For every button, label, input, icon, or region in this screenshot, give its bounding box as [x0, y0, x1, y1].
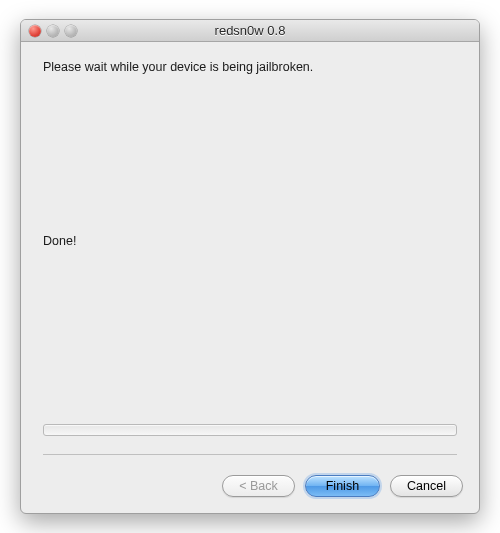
titlebar[interactable]: redsn0w 0.8 [21, 20, 479, 42]
content-area: Please wait while your device is being j… [21, 42, 479, 475]
button-row: < Back Finish Cancel [21, 475, 479, 513]
finish-button[interactable]: Finish [305, 475, 380, 497]
status-text: Done! [43, 234, 457, 248]
minimize-icon[interactable] [47, 25, 59, 37]
cancel-button[interactable]: Cancel [390, 475, 463, 497]
separator [43, 454, 457, 455]
window-title: redsn0w 0.8 [21, 23, 479, 38]
progress-bar [43, 424, 457, 436]
zoom-icon[interactable] [65, 25, 77, 37]
back-button: < Back [222, 475, 295, 497]
app-window: redsn0w 0.8 Please wait while your devic… [20, 19, 480, 514]
instruction-text: Please wait while your device is being j… [43, 60, 457, 74]
traffic-lights [29, 25, 77, 37]
close-icon[interactable] [29, 25, 41, 37]
